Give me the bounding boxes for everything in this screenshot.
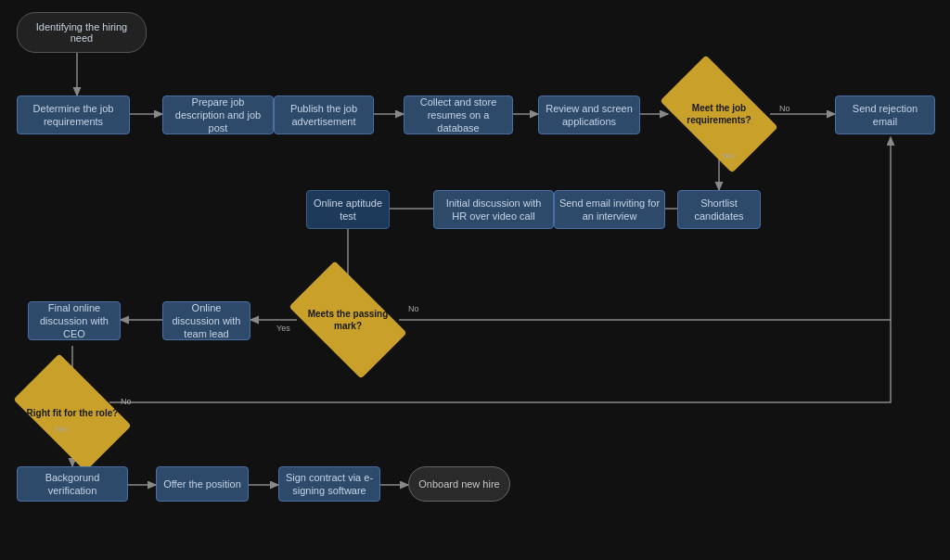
node-rejection: Send rejection email	[835, 95, 935, 134]
flowchart: Identifying the hiring need Determine th…	[0, 0, 950, 560]
node-aptitude: Online aptitude test	[306, 190, 390, 229]
node-team-lead: Online discussion with team lead	[162, 301, 250, 340]
node-prepare: Prepare job description and job post	[162, 95, 274, 134]
node-ceo: Final online discussion with CEO	[28, 301, 121, 340]
no-label-d2: No	[408, 304, 419, 313]
node-initial-discussion: Initial discussion with HR over video ca…	[433, 190, 554, 229]
yes-label-d1: Yes	[721, 151, 735, 160]
diamond-fit: Right fit for the role?	[21, 380, 123, 445]
node-shortlist: Shortlist candidates	[677, 190, 761, 229]
node-collect: Collect and store resumes on a database	[404, 95, 513, 134]
node-determine: Determine the job requirements	[17, 95, 130, 134]
node-publish: Publish the job advertisement	[274, 95, 374, 134]
node-background: Backgorund verification	[17, 466, 128, 502]
node-sign: Sign contract via e-signing software	[278, 466, 380, 502]
no-label-d1: No	[779, 104, 790, 113]
diamond-passing: Meets the passing mark?	[297, 287, 399, 352]
diamond-requirements: Meet the job requirements?	[668, 82, 770, 146]
yes-label-d3: Yes	[54, 425, 68, 434]
no-label-d3: No	[121, 397, 132, 406]
node-invite: Send email inviting for an interview	[554, 190, 665, 229]
node-review: Review and screen applications	[538, 95, 640, 134]
node-onboard: Onboard new hire	[408, 466, 510, 502]
start-node: Identifying the hiring need	[17, 12, 147, 53]
node-offer: Offer the position	[156, 466, 249, 502]
yes-label-d2: Yes	[276, 324, 290, 333]
